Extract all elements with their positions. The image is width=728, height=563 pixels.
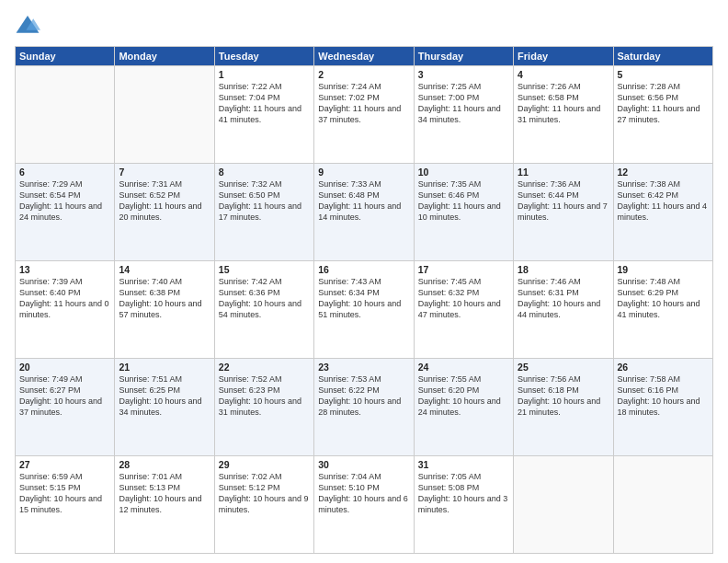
- calendar-cell: 2Sunrise: 7:24 AMSunset: 7:02 PMDaylight…: [314, 66, 414, 164]
- cell-info: Sunset: 5:12 PM: [219, 482, 310, 493]
- cell-info: Daylight: 11 hours and 14 minutes.: [318, 201, 409, 223]
- cell-info: Daylight: 10 hours and 37 minutes.: [19, 396, 110, 418]
- day-number: 15: [219, 264, 310, 275]
- cell-info: Sunset: 7:04 PM: [219, 92, 310, 103]
- cell-info: Sunset: 6:54 PM: [19, 190, 110, 201]
- cell-info: Sunset: 5:10 PM: [318, 482, 409, 493]
- cell-info: Daylight: 10 hours and 6 minutes.: [318, 493, 409, 515]
- calendar-day-header: Thursday: [414, 47, 513, 66]
- cell-info: Sunset: 6:25 PM: [119, 385, 210, 396]
- day-number: 12: [618, 167, 709, 178]
- cell-info: Daylight: 11 hours and 34 minutes.: [418, 103, 509, 125]
- day-number: 28: [119, 459, 210, 470]
- day-number: 23: [318, 362, 409, 373]
- cell-info: Sunrise: 7:42 AM: [219, 276, 310, 287]
- cell-info: Sunrise: 7:40 AM: [119, 276, 210, 287]
- calendar-cell: 31Sunrise: 7:05 AMSunset: 5:08 PMDayligh…: [414, 456, 513, 554]
- cell-info: Sunset: 6:16 PM: [618, 385, 709, 396]
- calendar-week-row: 6Sunrise: 7:29 AMSunset: 6:54 PMDaylight…: [16, 164, 713, 261]
- cell-info: Sunrise: 7:48 AM: [618, 276, 709, 287]
- cell-info: Sunrise: 7:58 AM: [618, 373, 709, 385]
- cell-info: Sunset: 6:31 PM: [518, 287, 609, 298]
- day-number: 21: [119, 362, 210, 373]
- calendar-cell: 3Sunrise: 7:25 AMSunset: 7:00 PMDaylight…: [414, 66, 513, 164]
- day-number: 9: [318, 167, 409, 178]
- day-number: 4: [518, 69, 609, 80]
- cell-info: Sunset: 6:20 PM: [418, 385, 509, 396]
- cell-info: Sunset: 7:00 PM: [418, 92, 509, 103]
- cell-info: Sunset: 6:36 PM: [219, 287, 310, 298]
- cell-info: Daylight: 11 hours and 0 minutes.: [19, 298, 110, 320]
- cell-info: Sunset: 5:15 PM: [19, 482, 110, 493]
- cell-info: Sunset: 6:42 PM: [618, 190, 709, 201]
- cell-info: Sunrise: 7:39 AM: [19, 276, 110, 287]
- calendar-header-row: SundayMondayTuesdayWednesdayThursdayFrid…: [16, 47, 713, 66]
- day-number: 14: [119, 264, 210, 275]
- calendar-cell: 12Sunrise: 7:38 AMSunset: 6:42 PMDayligh…: [613, 164, 712, 261]
- cell-info: Daylight: 10 hours and 21 minutes.: [518, 396, 609, 418]
- day-number: 20: [19, 362, 110, 373]
- cell-info: Sunrise: 7:33 AM: [318, 178, 409, 190]
- cell-info: Daylight: 10 hours and 24 minutes.: [418, 396, 509, 418]
- cell-info: Sunset: 7:02 PM: [318, 92, 409, 103]
- day-number: 11: [518, 167, 609, 178]
- day-number: 2: [318, 69, 409, 80]
- cell-info: Daylight: 10 hours and 41 minutes.: [618, 298, 709, 320]
- cell-info: Daylight: 11 hours and 41 minutes.: [219, 103, 310, 125]
- cell-info: Daylight: 11 hours and 17 minutes.: [219, 201, 310, 223]
- calendar-cell: 28Sunrise: 7:01 AMSunset: 5:13 PMDayligh…: [115, 456, 214, 554]
- calendar-cell: [115, 66, 214, 164]
- cell-info: Sunrise: 7:52 AM: [219, 373, 310, 385]
- cell-info: Daylight: 10 hours and 12 minutes.: [119, 493, 210, 515]
- cell-info: Sunrise: 7:02 AM: [219, 471, 310, 482]
- day-number: 6: [19, 167, 110, 178]
- cell-info: Sunrise: 7:04 AM: [318, 471, 409, 482]
- calendar-cell: 27Sunrise: 6:59 AMSunset: 5:15 PMDayligh…: [16, 456, 115, 554]
- page: SundayMondayTuesdayWednesdayThursdayFrid…: [0, 0, 728, 563]
- cell-info: Sunset: 6:23 PM: [219, 385, 310, 396]
- cell-info: Sunrise: 7:05 AM: [418, 471, 509, 482]
- cell-info: Daylight: 10 hours and 31 minutes.: [219, 396, 310, 418]
- cell-info: Sunrise: 7:26 AM: [518, 81, 609, 92]
- cell-info: Sunset: 6:22 PM: [318, 385, 409, 396]
- cell-info: Sunrise: 7:43 AM: [318, 276, 409, 287]
- cell-info: Sunrise: 7:32 AM: [219, 178, 310, 190]
- calendar-day-header: Sunday: [16, 47, 115, 66]
- cell-info: Sunset: 6:27 PM: [19, 385, 110, 396]
- cell-info: Sunrise: 7:55 AM: [418, 373, 509, 385]
- calendar-cell: 17Sunrise: 7:45 AMSunset: 6:32 PMDayligh…: [414, 261, 513, 359]
- day-number: 18: [518, 264, 609, 275]
- calendar-cell: 26Sunrise: 7:58 AMSunset: 6:16 PMDayligh…: [613, 359, 712, 456]
- cell-info: Sunset: 6:58 PM: [518, 92, 609, 103]
- cell-info: Sunrise: 7:51 AM: [119, 373, 210, 385]
- cell-info: Daylight: 10 hours and 28 minutes.: [318, 396, 409, 418]
- cell-info: Daylight: 10 hours and 54 minutes.: [219, 298, 310, 320]
- cell-info: Sunrise: 7:49 AM: [19, 373, 110, 385]
- calendar-day-header: Wednesday: [314, 47, 414, 66]
- cell-info: Daylight: 10 hours and 15 minutes.: [19, 493, 110, 515]
- cell-info: Sunset: 6:38 PM: [119, 287, 210, 298]
- calendar-cell: 8Sunrise: 7:32 AMSunset: 6:50 PMDaylight…: [214, 164, 313, 261]
- calendar-cell: 1Sunrise: 7:22 AMSunset: 7:04 PMDaylight…: [214, 66, 313, 164]
- header: [15, 13, 713, 39]
- cell-info: Sunset: 6:18 PM: [518, 385, 609, 396]
- calendar-cell: 13Sunrise: 7:39 AMSunset: 6:40 PMDayligh…: [16, 261, 115, 359]
- day-number: 24: [418, 362, 509, 373]
- cell-info: Daylight: 10 hours and 9 minutes.: [219, 493, 310, 515]
- cell-info: Sunrise: 7:46 AM: [518, 276, 609, 287]
- calendar-day-header: Friday: [514, 47, 613, 66]
- cell-info: Sunrise: 7:31 AM: [119, 178, 210, 190]
- cell-info: Daylight: 11 hours and 24 minutes.: [19, 201, 110, 223]
- cell-info: Sunrise: 7:29 AM: [19, 178, 110, 190]
- cell-info: Daylight: 10 hours and 47 minutes.: [418, 298, 509, 320]
- day-number: 16: [318, 264, 409, 275]
- calendar-cell: 15Sunrise: 7:42 AMSunset: 6:36 PMDayligh…: [214, 261, 313, 359]
- calendar-cell: 10Sunrise: 7:35 AMSunset: 6:46 PMDayligh…: [414, 164, 513, 261]
- cell-info: Sunrise: 7:45 AM: [418, 276, 509, 287]
- day-number: 8: [219, 167, 310, 178]
- logo: [15, 13, 44, 39]
- calendar-cell: 22Sunrise: 7:52 AMSunset: 6:23 PMDayligh…: [214, 359, 313, 456]
- cell-info: Daylight: 11 hours and 20 minutes.: [119, 201, 210, 223]
- cell-info: Daylight: 10 hours and 34 minutes.: [119, 396, 210, 418]
- cell-info: Sunset: 6:40 PM: [19, 287, 110, 298]
